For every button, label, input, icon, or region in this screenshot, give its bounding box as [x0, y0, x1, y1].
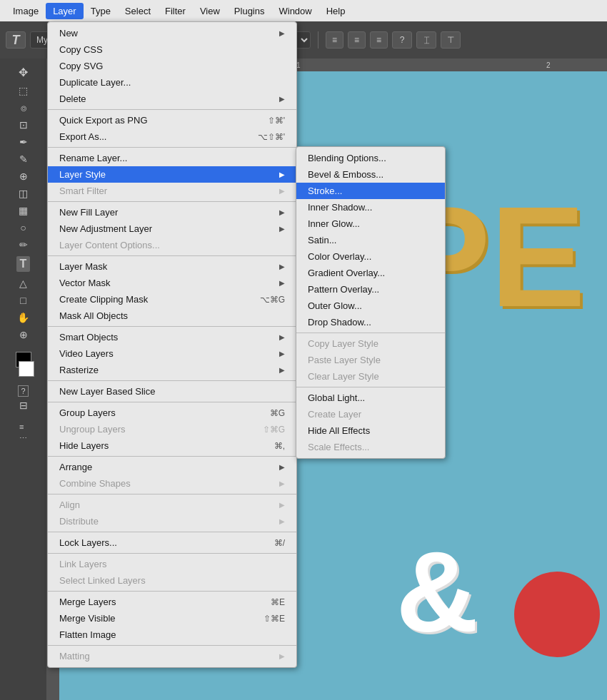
menu-item-mask-all-objects[interactable]: Mask All Objects — [48, 308, 296, 324]
left-toolbar: ✥ ⬚ ⌾ ⊡ ✒ ✎ ⊕ ◫ ▦ ○ ✏ T △ □ ✋ ⊕ ? ⊟ ≡ ⋯ — [0, 59, 46, 700]
sep7 — [48, 402, 296, 402]
menu-type[interactable]: Type — [84, 3, 118, 19]
screen-mode-btn[interactable]: ⊟ — [19, 400, 28, 411]
menu-item-align[interactable]: Align ▶ — [48, 497, 296, 513]
menu-item-video-layers[interactable]: Video Layers ▶ — [48, 345, 296, 362]
submenu-inner-shadow[interactable]: Inner Shadow... — [296, 199, 445, 215]
sep12 — [48, 591, 296, 592]
tool-move[interactable]: ✥ — [19, 66, 28, 79]
tool-lasso[interactable]: ⌾ — [21, 102, 26, 113]
menu-item-select-linked-layers[interactable]: Select Linked Layers — [48, 572, 296, 589]
menu-item-distribute[interactable]: Distribute ▶ — [48, 513, 296, 529]
menu-item-layer-content-options[interactable]: Layer Content Options... — [48, 237, 296, 253]
warp-btn[interactable]: ⊤ — [441, 31, 461, 49]
menu-item-arrange[interactable]: Arrange ▶ — [48, 459, 296, 475]
submenu-inner-glow[interactable]: Inner Glow... — [296, 215, 445, 232]
submenu-hide-all-effects[interactable]: Hide All Effects — [296, 422, 445, 439]
menu-layer[interactable]: Layer — [46, 3, 84, 19]
tool-eyedropper[interactable]: ✒ — [19, 136, 28, 148]
menu-item-group-layers[interactable]: Group Layers ⌘G — [48, 405, 296, 421]
submenu-pattern-overlay[interactable]: Pattern Overlay... — [296, 281, 445, 298]
menu-item-duplicate-layer[interactable]: Duplicate Layer... — [48, 74, 296, 91]
menu-item-rename-layer[interactable]: Rename Layer... — [48, 150, 296, 166]
menu-image[interactable]: Image — [6, 3, 46, 19]
menu-item-new-adjustment-layer[interactable]: New Adjustment Layer ▶ — [48, 220, 296, 237]
submenu-global-light[interactable]: Global Light... — [296, 390, 445, 406]
menu-item-matting[interactable]: Matting ▶ — [48, 648, 296, 664]
menu-item-merge-layers[interactable]: Merge Layers ⌘E — [48, 594, 296, 610]
menu-item-copy-svg[interactable]: Copy SVG — [48, 58, 296, 74]
menu-item-layer-mask[interactable]: Layer Mask ▶ — [48, 258, 296, 275]
tool-type[interactable]: T — [16, 256, 31, 272]
text-orient-btn[interactable]: ⌶ — [416, 31, 436, 49]
menu-item-new-layer-based-slice[interactable]: New Layer Based Slice — [48, 383, 296, 400]
panel-toggle-1[interactable]: ≡ — [19, 422, 27, 431]
menu-plugins[interactable]: Plugins — [227, 3, 272, 19]
menu-item-new[interactable]: New ▶ — [48, 25, 296, 41]
menu-item-layer-style[interactable]: Layer Style ▶ — [48, 166, 296, 183]
svg-text:2: 2 — [546, 61, 551, 69]
menu-filter[interactable]: Filter — [158, 3, 193, 19]
submenu-satin[interactable]: Satin... — [296, 232, 445, 248]
tool-zoom[interactable]: ⊕ — [19, 329, 28, 340]
tool-pen[interactable]: ✏ — [19, 239, 28, 250]
align-left-btn[interactable]: ≡ — [326, 31, 343, 49]
menu-item-rasterize[interactable]: Rasterize ▶ — [48, 362, 296, 378]
menu-item-create-clipping-mask[interactable]: Create Clipping Mask ⌥⌘G — [48, 291, 296, 308]
menu-item-smart-objects[interactable]: Smart Objects ▶ — [48, 329, 296, 345]
menu-item-new-fill-layer[interactable]: New Fill Layer ▶ — [48, 204, 296, 220]
tool-eraser[interactable]: ◫ — [19, 188, 28, 199]
submenu-stroke[interactable]: Stroke... — [296, 183, 445, 199]
menu-item-lock-layers[interactable]: Lock Layers... ⌘/ — [48, 534, 296, 551]
sep8 — [48, 456, 296, 457]
background-color[interactable] — [19, 361, 34, 377]
quick-mask-btn[interactable]: ? — [18, 385, 28, 397]
tool-select[interactable]: ⬚ — [19, 85, 28, 96]
submenu-outer-glow[interactable]: Outer Glow... — [296, 298, 445, 314]
sep5 — [48, 326, 296, 327]
submenu-copy-layer-style[interactable]: Copy Layer Style — [296, 335, 445, 352]
tool-hand[interactable]: ✋ — [17, 312, 29, 323]
menu-item-link-layers[interactable]: Link Layers — [48, 556, 296, 572]
menu-item-vector-mask[interactable]: Vector Mask ▶ — [48, 275, 296, 291]
submenu-clear-layer-style[interactable]: Clear Layer Style — [296, 368, 445, 385]
menu-item-copy-css[interactable]: Copy CSS — [48, 41, 296, 58]
menu-item-ungroup-layers[interactable]: Ungroup Layers ⇧⌘G — [48, 421, 296, 437]
menu-select[interactable]: Select — [118, 3, 158, 19]
toolbar-text-btn[interactable]: T — [6, 31, 26, 49]
tool-clone[interactable]: ⊕ — [19, 171, 28, 182]
subsep2 — [296, 387, 445, 387]
submenu-drop-shadow[interactable]: Drop Shadow... — [296, 314, 445, 330]
menu-window[interactable]: Window — [271, 3, 318, 19]
menu-item-export-as[interactable]: Export As... ⌥⇧⌘' — [48, 128, 296, 145]
submenu-paste-layer-style[interactable]: Paste Layer Style — [296, 352, 445, 368]
menu-item-smart-filter[interactable]: Smart Filter ▶ — [48, 183, 296, 199]
submenu-bevel-emboss[interactable]: Bevel & Emboss... — [296, 166, 445, 183]
canvas-circle-red — [514, 572, 600, 657]
submenu-scale-effects[interactable]: Scale Effects... — [296, 439, 445, 455]
align-right-btn[interactable]: ≡ — [370, 31, 388, 49]
menu-item-hide-layers[interactable]: Hide Layers ⌘, — [48, 437, 296, 454]
question-btn[interactable]: ? — [392, 31, 412, 49]
menu-item-delete[interactable]: Delete ▶ — [48, 91, 296, 107]
tool-shape[interactable]: □ — [20, 295, 26, 306]
submenu-create-layer[interactable]: Create Layer — [296, 406, 445, 422]
tool-crop[interactable]: ⊡ — [19, 119, 28, 131]
menu-item-combine-shapes[interactable]: Combine Shapes ▶ — [48, 475, 296, 492]
panel-toggle-2[interactable]: ⋯ — [19, 434, 27, 443]
layer-style-submenu: Blending Options... Bevel & Emboss... St… — [296, 146, 446, 459]
layer-menu-dropdown: New ▶ Copy CSS Copy SVG Duplicate Layer.… — [47, 21, 297, 668]
menu-view[interactable]: View — [193, 3, 227, 19]
menu-item-flatten-image[interactable]: Flatten Image — [48, 627, 296, 643]
menu-item-merge-visible[interactable]: Merge Visible ⇧⌘E — [48, 610, 296, 627]
align-center-btn[interactable]: ≡ — [348, 31, 366, 49]
menu-help[interactable]: Help — [319, 3, 353, 19]
tool-gradient[interactable]: ▦ — [19, 205, 28, 216]
tool-brush[interactable]: ✎ — [19, 153, 28, 165]
submenu-gradient-overlay[interactable]: Gradient Overlay... — [296, 265, 445, 281]
submenu-color-overlay[interactable]: Color Overlay... — [296, 248, 445, 265]
tool-dodge[interactable]: ○ — [20, 222, 26, 233]
tool-path[interactable]: △ — [19, 278, 27, 289]
menu-item-quick-export[interactable]: Quick Export as PNG ⇧⌘' — [48, 112, 296, 128]
submenu-blending-options[interactable]: Blending Options... — [296, 150, 445, 166]
